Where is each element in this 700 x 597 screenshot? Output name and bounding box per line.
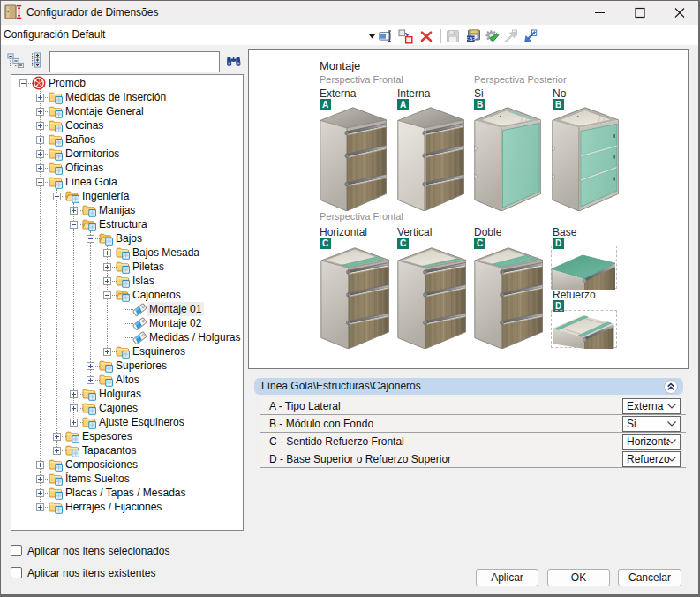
svg-text:<a>: <a>: [466, 36, 476, 42]
